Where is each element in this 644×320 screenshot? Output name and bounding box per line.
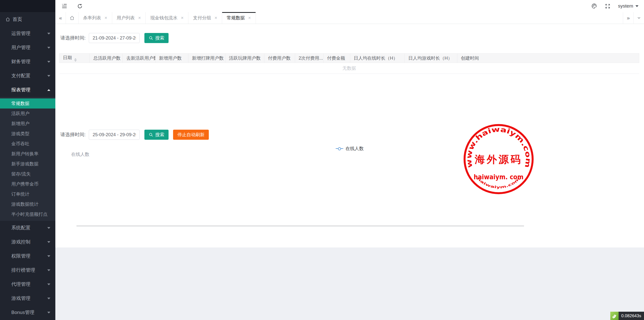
column-header: 付费金额 <box>324 54 350 63</box>
home-icon <box>70 16 74 20</box>
sidebar-item-regular-data[interactable]: 常规数据 <box>0 98 55 109</box>
chevron-down-icon <box>47 283 50 285</box>
chevron-down-icon <box>47 241 50 243</box>
sidebar-group-user-management[interactable]: 用户管理 <box>0 41 55 55</box>
sidebar-group-finance-management[interactable]: 财务管理 <box>0 55 55 69</box>
empty-row: 无数据 <box>59 63 639 74</box>
main-area: system « 杀率列表 ✕ 用户列表 ✕ 现金钱包流水 ✕ <box>55 0 644 320</box>
table-filter-row: 请选择时间: 搜索 <box>55 24 644 43</box>
refresh-icon[interactable] <box>77 3 83 9</box>
home-icon <box>6 17 10 22</box>
close-icon[interactable]: ✕ <box>104 16 107 20</box>
sidebar-item-new-user-conversion[interactable]: 新用户转换率 <box>0 149 55 159</box>
chevron-down-icon <box>637 16 641 20</box>
sidebar-group-agent-management[interactable]: 代理管理 <box>0 277 55 291</box>
sidebar-item-home[interactable]: 首页 <box>0 12 55 26</box>
column-header-date[interactable]: 日期 <box>59 54 90 63</box>
collapse-sidebar-icon[interactable] <box>61 3 67 9</box>
sidebar-item-user-carried-coins[interactable]: 用户携带金币 <box>0 179 55 189</box>
sidebar-group-operations-management[interactable]: 运营管理 <box>0 26 55 41</box>
column-header: 创建时间 <box>457 54 639 63</box>
chevron-down-icon <box>47 75 50 77</box>
tab-label: 杀率列表 <box>83 15 101 21</box>
tab-bar: « 杀率列表 ✕ 用户列表 ✕ 现金钱包流水 ✕ 支付分组 ✕ 常规数据 <box>55 12 644 24</box>
sidebar-group-leaderboard-management[interactable]: 排行榜管理 <box>0 263 55 277</box>
tabs-scroll-left-button[interactable]: « <box>55 12 66 24</box>
tab-user-list[interactable]: 用户列表 ✕ <box>112 12 146 24</box>
sidebar-group-game-management[interactable]: 游戏管理 <box>0 291 55 305</box>
chevron-down-icon <box>635 5 638 7</box>
chart-x-axis-line <box>76 226 524 226</box>
chart-search-button[interactable]: 搜索 <box>144 130 169 140</box>
tab-home[interactable] <box>66 12 78 24</box>
chart-legend-online-users[interactable]: 在线人数 <box>336 146 364 152</box>
sidebar-item-active-users[interactable]: 活跃用户 <box>0 109 55 119</box>
chart-filter-row: 请选择时间: 搜索 停止自动刷新 <box>55 130 209 140</box>
column-header: 去新活跃用户数 <box>123 54 155 63</box>
group-label: 运营管理 <box>11 30 30 37</box>
app-root: 首页 运营管理 用户管理 财务管理 支付配置 报表管理 <box>0 0 644 320</box>
search-button[interactable]: 搜索 <box>144 33 169 43</box>
group-label: Bonus管理 <box>11 309 34 316</box>
sidebar-item-new-users[interactable]: 新增用户 <box>0 119 55 129</box>
column-label: 日期 <box>63 55 72 60</box>
sidebar-group-bonus-management[interactable]: Bonus管理 <box>0 305 55 319</box>
username: system <box>618 3 633 9</box>
search-icon <box>149 36 153 40</box>
stop-auto-refresh-button[interactable]: 停止自动刷新 <box>173 130 209 140</box>
sidebar-item-half-hour-recharge[interactable]: 半小时充值额打点 <box>0 209 55 219</box>
date-range-label: 请选择时间: <box>60 131 86 138</box>
tabs-scroll-right-button[interactable]: » <box>623 12 633 24</box>
chevron-down-icon <box>47 255 50 257</box>
column-header: 总活跃用户数 <box>90 54 123 63</box>
tab-regular-data[interactable]: 常规数据 ✕ <box>222 12 256 24</box>
sort-icons[interactable] <box>74 58 77 62</box>
chevron-down-icon <box>47 61 50 63</box>
sidebar-group-system-config[interactable]: 系统配置 <box>0 221 55 235</box>
theme-palette-icon[interactable] <box>591 3 597 9</box>
debug-toolbar: 0.082643s <box>610 312 644 320</box>
group-label: 游戏控制 <box>11 239 30 245</box>
group-label: 财务管理 <box>11 58 30 65</box>
column-header: 2次付费用... <box>295 54 324 63</box>
tabbar-spacer <box>256 12 623 24</box>
sidebar-logo-area <box>0 0 55 12</box>
sidebar: 首页 运营管理 用户管理 财务管理 支付配置 报表管理 <box>0 0 55 320</box>
group-label: 支付配置 <box>11 73 30 79</box>
sidebar-group-game-control[interactable]: 游戏控制 <box>0 235 55 249</box>
close-icon[interactable]: ✕ <box>181 16 184 20</box>
group-label: 用户管理 <box>11 44 30 51</box>
tab-payment-group[interactable]: 支付分组 ✕ <box>188 12 222 24</box>
no-data-text: 无数据 <box>59 63 639 74</box>
date-range-input[interactable] <box>89 33 140 43</box>
chevron-down-icon <box>47 312 50 313</box>
close-icon[interactable]: ✕ <box>214 16 217 20</box>
close-icon[interactable]: ✕ <box>248 16 251 20</box>
chevron-down-icon <box>47 269 50 271</box>
sidebar-item-novice-game-data[interactable]: 新手游戏数据 <box>0 159 55 169</box>
topbar: system <box>55 0 644 12</box>
chart-date-range-input[interactable] <box>89 130 140 140</box>
tab-label: 支付分组 <box>193 15 211 21</box>
tab-cash-wallet-flow[interactable]: 现金钱包流水 ✕ <box>146 12 188 24</box>
date-range-label: 请选择时间: <box>60 35 86 41</box>
sidebar-group-permission-management[interactable]: 权限管理 <box>0 249 55 263</box>
tabs-menu-button[interactable] <box>633 12 644 24</box>
sidebar-item-game-data-stats[interactable]: 游戏数据统计 <box>0 199 55 209</box>
debug-trace-icon[interactable] <box>610 312 619 320</box>
close-icon[interactable]: ✕ <box>138 16 141 20</box>
tab-label: 用户列表 <box>117 15 135 21</box>
sidebar-item-coin-io[interactable]: 金币吞吐 <box>0 139 55 149</box>
sidebar-item-retention-churn[interactable]: 留存/流失 <box>0 169 55 179</box>
sidebar-group-report-management[interactable]: 报表管理 <box>0 83 55 97</box>
fullscreen-icon[interactable] <box>605 3 611 9</box>
sidebar-item-order-stats[interactable]: 订单统计 <box>0 189 55 199</box>
y-axis-name: 在线人数 <box>71 151 89 157</box>
button-label: 搜索 <box>155 35 164 41</box>
legend-label: 在线人数 <box>346 146 364 152</box>
sidebar-group-payment-config[interactable]: 支付配置 <box>0 69 55 83</box>
tab-kill-rate-list[interactable]: 杀率列表 ✕ <box>78 12 112 24</box>
sidebar-item-game-types[interactable]: 游戏类型 <box>0 129 55 139</box>
sidebar-item-label: 首页 <box>13 16 22 23</box>
user-dropdown[interactable]: system <box>618 3 638 9</box>
